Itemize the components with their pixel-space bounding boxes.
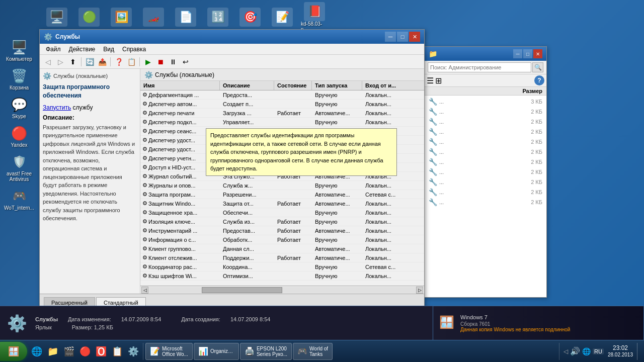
table-row-20[interactable]: ⚙Кэш шрифтов Wi... Оптимизи... Вручную Л… — [140, 272, 424, 281]
scroll-track[interactable] — [148, 287, 416, 293]
ql-settings[interactable]: ⚙️ — [126, 343, 141, 360]
table-row-15[interactable]: ⚙Инструментарий ... Предостав... Работае… — [140, 226, 424, 235]
scroll-right-btn[interactable]: ▷ — [416, 287, 423, 294]
table-row-16[interactable]: ⚙Информация о с... Обработк... Работает … — [140, 235, 424, 244]
table-row-5[interactable]: ⚙Диспетчер удост... Предостав... Вручную… — [140, 136, 424, 145]
desktop-icon-word[interactable]: 📝 — [269, 8, 296, 27]
scroll-left-btn[interactable]: ◁ — [141, 287, 148, 294]
file-item-8[interactable]: 🔧 ... 2 КБ — [429, 167, 542, 177]
ql-task[interactable]: 📋 — [110, 343, 125, 360]
table-row-14[interactable]: ⚙Изоляция ключе... Служба из... Работает… — [140, 217, 424, 226]
table-row-11[interactable]: ⚙Защита програм... Разрешени... Автомати… — [140, 190, 424, 199]
toolbar-back[interactable]: ◁ — [42, 56, 54, 67]
file-item-3[interactable]: 🔧 ... 2 КБ — [429, 117, 542, 127]
file-item-1[interactable]: 🔧 ... 3 КБ — [429, 97, 542, 107]
menu-action[interactable]: Действие — [65, 45, 100, 54]
taskbar-window-org[interactable]: 📊 Organizati... — [194, 343, 239, 360]
file-item-11[interactable]: 🔧 ... 2 КБ — [429, 197, 542, 207]
table-row-9[interactable]: ⚙Журнал событий... Эта служб... Работает… — [140, 172, 424, 181]
file-item-10[interactable]: 🔧 ... 2 КБ — [429, 187, 542, 197]
th-startup[interactable]: Тип запуска — [312, 81, 362, 90]
taskbar-window-wot[interactable]: 🎮 World ofTanks — [293, 343, 333, 360]
toolbar-pause[interactable]: ⏸ — [167, 56, 179, 67]
file-item-2[interactable]: 🔧 ... 2 КБ — [429, 107, 542, 117]
table-row-12[interactable]: ⚙Защитник Windo... Защита от... Работает… — [140, 199, 424, 208]
ql-ie[interactable]: 🌐 — [29, 343, 44, 360]
table-row-18[interactable]: ⚙Клиент отслежив... Поддержи... Работает… — [140, 253, 424, 262]
table-row-7[interactable]: ⚙Диспетчер учетн... Запуск это... Работа… — [140, 154, 424, 163]
desktop-icon-calc[interactable]: 🔢 — [204, 8, 231, 27]
table-row-13[interactable]: ⚙Защищенное хра... Обеспечи... Вручную Л… — [140, 208, 424, 217]
desktop-icon-yandex[interactable]: 🔴 Yandex — [0, 122, 38, 150]
desktop-icon-avast[interactable]: 🛡️ avast! FreeAntivirus — [0, 151, 38, 184]
desktop-icon-computer-top[interactable]: 🖥️ — [43, 8, 70, 27]
table-row-19[interactable]: ⚙Координатор рас... Координа... Вручную … — [140, 262, 424, 272]
ql-media[interactable]: 🎬 — [61, 343, 76, 360]
start-button[interactable]: 🪟 — [0, 342, 27, 361]
toolbar-help[interactable]: ❓ — [113, 56, 125, 67]
th-status[interactable]: Состояние — [274, 81, 312, 90]
admin-minimize[interactable]: ─ — [513, 49, 522, 58]
file-item-6[interactable]: 🔧 ... 2 КБ — [429, 147, 542, 157]
desktop-icon-basket[interactable]: 🗑️ Корзина — [0, 65, 38, 93]
toolbar-export[interactable]: 📤 — [96, 56, 108, 67]
desktop-icon-cs[interactable]: 🎯 — [236, 8, 264, 27]
service-start-link[interactable]: Запустить — [43, 104, 71, 111]
tray-clock[interactable]: 23:02 28.02.2013 — [606, 344, 635, 357]
table-row-6[interactable]: ⚙Диспетчер удост... Вручную Локальн... — [140, 145, 424, 154]
table-row-2[interactable]: ⚙Диспетчер печати Загрузка ... Работает … — [140, 109, 424, 118]
admin-close[interactable]: ✕ — [533, 49, 542, 58]
tray-arrow[interactable]: ◁ — [564, 348, 568, 355]
admin-search-button[interactable]: 🔍 — [532, 62, 543, 72]
tree-item[interactable]: ⚙️ Службы (локальные) — [43, 72, 137, 80]
menu-file[interactable]: Файл — [42, 45, 65, 54]
desktop-icon-wot[interactable]: 🎮 WoT_intern... — [0, 185, 38, 213]
ql-opera[interactable]: 🅾️ — [94, 343, 109, 360]
th-name[interactable]: Имя — [140, 81, 220, 90]
hscrollbar[interactable]: ◁ ▷ — [140, 286, 424, 294]
close-button[interactable]: ✕ — [409, 32, 420, 42]
table-row-3[interactable]: ⚙Диспетчер подкл... Управляет... Вручную… — [140, 118, 424, 127]
table-row-10[interactable]: ⚙Журналы и опов... Служба ж... Вручную Л… — [140, 181, 424, 190]
desktop-icon-z[interactable]: 🟢 — [75, 8, 103, 27]
table-row-1[interactable]: ⚙Диспетчер автом... Создает п... Вручную… — [140, 100, 424, 109]
toolbar-forward[interactable]: ▷ — [54, 56, 66, 67]
file-item-4[interactable]: 🔧 ... 2 КБ — [429, 127, 542, 137]
ql-files[interactable]: 📁 — [45, 343, 60, 360]
admin-help[interactable]: ? — [534, 75, 544, 85]
file-item-5[interactable]: 🔧 ... 2 КБ — [429, 137, 542, 147]
table-row-8[interactable]: ⚙Доступ к HID-уст... Обеспечи... Вручную… — [140, 163, 424, 172]
taskbar-window-msoffice[interactable]: 📝 MicrosoftOffice Wo... — [145, 343, 193, 360]
file-item-7[interactable]: 🔧 ... 2 КБ — [429, 157, 542, 167]
desktop-icon-computer-left[interactable]: 🖥️ Компьютер — [0, 36, 38, 64]
admin-maximize[interactable]: □ — [523, 49, 532, 58]
desktop-icon-skype[interactable]: 💬 Skype — [0, 94, 38, 121]
toolbar-play[interactable]: ▶ — [142, 56, 154, 67]
toolbar-props[interactable]: 📋 — [125, 56, 137, 67]
toolbar-stop[interactable]: ⏹ — [154, 56, 167, 67]
tray-lang[interactable]: RU — [593, 348, 604, 354]
desktop-icon-photos[interactable]: 🖼️ — [108, 8, 135, 27]
toolbar-refresh[interactable]: 🔄 — [84, 56, 96, 67]
desktop-icon-doc1[interactable]: 📄 — [172, 8, 199, 27]
maximize-button[interactable]: □ — [397, 32, 408, 42]
desktop-icon-pdf[interactable]: 📕 kd-58.03-р... — [301, 2, 328, 32]
toolbar-up[interactable]: ⬆ — [67, 56, 79, 67]
taskbar-window-epson[interactable]: 🖨️ EPSON L200Series Руко... — [240, 343, 292, 360]
file-item-9[interactable]: 🔧 ... 2 КБ — [429, 177, 542, 187]
menu-view[interactable]: Вид — [99, 45, 118, 54]
menu-help[interactable]: Справка — [118, 45, 150, 54]
toolbar-restart[interactable]: ↩ — [180, 56, 192, 67]
admin-search-input[interactable] — [428, 62, 531, 72]
show-desktop[interactable] — [637, 343, 640, 360]
th-desc[interactable]: Описание — [220, 81, 274, 90]
tray-volume[interactable]: 🔊 — [570, 346, 580, 356]
minimize-button[interactable]: ─ — [385, 32, 396, 42]
tray-network[interactable]: 🌐 — [582, 347, 591, 355]
th-logon[interactable]: Вход от и... — [362, 81, 424, 90]
admin-grid-view[interactable]: ⊞ — [435, 76, 442, 85]
table-row-17[interactable]: ⚙Клиент групповo... Данная сл... Автомат… — [140, 244, 424, 253]
table-row-0[interactable]: ⚙Дефрагментация ... Предоста... Вручную … — [140, 90, 424, 100]
desktop-icon-nfs[interactable]: 🏎️ — [140, 8, 167, 27]
scroll-thumb[interactable] — [202, 287, 282, 293]
